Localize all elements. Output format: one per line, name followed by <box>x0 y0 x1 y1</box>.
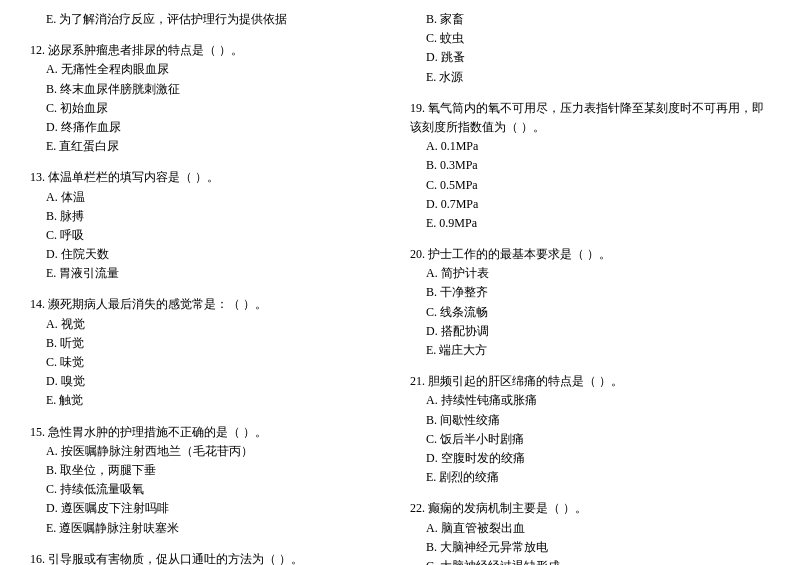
q12-prefix-text: E. 为了解消治疗反应，评估护理行为提供依据 <box>30 10 390 29</box>
q14-optE: E. 触觉 <box>30 391 390 410</box>
q19-optB: B. 0.3MPa <box>410 156 770 175</box>
q19-optA: A. 0.1MPa <box>410 137 770 156</box>
q20-optB: B. 干净整齐 <box>410 283 770 302</box>
q15-optA: A. 按医嘱静脉注射西地兰（毛花苷丙） <box>30 442 390 461</box>
q18-optB: B. 家畜 <box>410 10 770 29</box>
q19-optE: E. 0.9MPa <box>410 214 770 233</box>
q12-optC: C. 初始血尿 <box>30 99 390 118</box>
q12-optD: D. 终痛作血尿 <box>30 118 390 137</box>
q18-optD: D. 跳蚤 <box>410 48 770 67</box>
q12-prefix-block: E. 为了解消治疗反应，评估护理行为提供依据 <box>30 10 390 29</box>
q20-optC: C. 线条流畅 <box>410 303 770 322</box>
page-content: E. 为了解消治疗反应，评估护理行为提供依据 12. 泌尿系肿瘤患者排尿的特点是… <box>30 10 770 565</box>
q13-optB: B. 脉搏 <box>30 207 390 226</box>
q21-optB: B. 间歇性绞痛 <box>410 411 770 430</box>
q22-optC: C. 大脑神经经过退缺形成 <box>410 557 770 565</box>
q15-optC: C. 持续低流量吸氧 <box>30 480 390 499</box>
q14-optA: A. 视觉 <box>30 315 390 334</box>
q21-title: 21. 胆频引起的肝区绵痛的特点是（ ）。 <box>410 372 770 391</box>
q14-optB: B. 听觉 <box>30 334 390 353</box>
q15-optE: E. 遵医嘱静脉注射呋塞米 <box>30 519 390 538</box>
q21-optD: D. 空腹时发的绞痛 <box>410 449 770 468</box>
q19-optD: D. 0.7MPa <box>410 195 770 214</box>
q13-title: 13. 体温单栏栏的填写内容是（ ）。 <box>30 168 390 187</box>
q14-optC: C. 味觉 <box>30 353 390 372</box>
q20-optA: A. 简护计表 <box>410 264 770 283</box>
q22-title: 22. 癫痫的发病机制主要是（ ）。 <box>410 499 770 518</box>
left-column: E. 为了解消治疗反应，评估护理行为提供依据 12. 泌尿系肿瘤患者排尿的特点是… <box>30 10 390 565</box>
q12-block: 12. 泌尿系肿瘤患者排尿的特点是（ ）。 A. 无痛性全程肉眼血尿 B. 终末… <box>30 41 390 156</box>
right-column: B. 家畜 C. 蚊虫 D. 跳蚤 E. 水源 19. 氧气筒内的氧不可用尽，压… <box>410 10 770 565</box>
q18-optE: E. 水源 <box>410 68 770 87</box>
q12-title: 12. 泌尿系肿瘤患者排尿的特点是（ ）。 <box>30 41 390 60</box>
q13-optA: A. 体温 <box>30 188 390 207</box>
q18-optC: C. 蚊虫 <box>410 29 770 48</box>
q20-title: 20. 护士工作的的最基本要求是（ ）。 <box>410 245 770 264</box>
q12-optA: A. 无痛性全程肉眼血尿 <box>30 60 390 79</box>
q22-optB: B. 大脑神经元异常放电 <box>410 538 770 557</box>
q22-block: 22. 癫痫的发病机制主要是（ ）。 A. 脑直管被裂出血 B. 大脑神经元异常… <box>410 499 770 565</box>
q20-optD: D. 搭配协调 <box>410 322 770 341</box>
q15-optD: D. 遵医嘱皮下注射吗啡 <box>30 499 390 518</box>
q13-optD: D. 住院天数 <box>30 245 390 264</box>
q14-block: 14. 濒死期病人最后消失的感觉常是：（ ）。 A. 视觉 B. 听觉 C. 味… <box>30 295 390 410</box>
q12-optB: B. 终末血尿伴膀胱刺激征 <box>30 80 390 99</box>
q12-optE: E. 直红蛋白尿 <box>30 137 390 156</box>
q15-block: 15. 急性胃水肿的护理措施不正确的是（ ）。 A. 按医嘱静脉注射西地兰（毛花… <box>30 423 390 538</box>
q16-block: 16. 引导服或有害物质，促从口通吐的方法为（ ）。 A. 汗法 B. 下法 C… <box>30 550 390 565</box>
q20-block: 20. 护士工作的的最基本要求是（ ）。 A. 简护计表 B. 干净整齐 C. … <box>410 245 770 360</box>
q16-title: 16. 引导服或有害物质，促从口通吐的方法为（ ）。 <box>30 550 390 565</box>
q21-optE: E. 剧烈的绞痛 <box>410 468 770 487</box>
q13-optE: E. 胃液引流量 <box>30 264 390 283</box>
q21-optC: C. 饭后半小时剧痛 <box>410 430 770 449</box>
q22-optA: A. 脑直管被裂出血 <box>410 519 770 538</box>
q18-cont-block: B. 家畜 C. 蚊虫 D. 跳蚤 E. 水源 <box>410 10 770 87</box>
q15-title: 15. 急性胃水肿的护理措施不正确的是（ ）。 <box>30 423 390 442</box>
q20-optE: E. 端庄大方 <box>410 341 770 360</box>
q14-title: 14. 濒死期病人最后消失的感觉常是：（ ）。 <box>30 295 390 314</box>
q13-optC: C. 呼吸 <box>30 226 390 245</box>
q19-block: 19. 氧气筒内的氧不可用尽，压力表指针降至某刻度时不可再用，即该刻度所指数值为… <box>410 99 770 233</box>
q19-title: 19. 氧气筒内的氧不可用尽，压力表指针降至某刻度时不可再用，即该刻度所指数值为… <box>410 99 770 137</box>
q14-optD: D. 嗅觉 <box>30 372 390 391</box>
q21-optA: A. 持续性钝痛或胀痛 <box>410 391 770 410</box>
q13-block: 13. 体温单栏栏的填写内容是（ ）。 A. 体温 B. 脉搏 C. 呼吸 D.… <box>30 168 390 283</box>
q19-optC: C. 0.5MPa <box>410 176 770 195</box>
q21-block: 21. 胆频引起的肝区绵痛的特点是（ ）。 A. 持续性钝痛或胀痛 B. 间歇性… <box>410 372 770 487</box>
q15-optB: B. 取坐位，两腿下垂 <box>30 461 390 480</box>
